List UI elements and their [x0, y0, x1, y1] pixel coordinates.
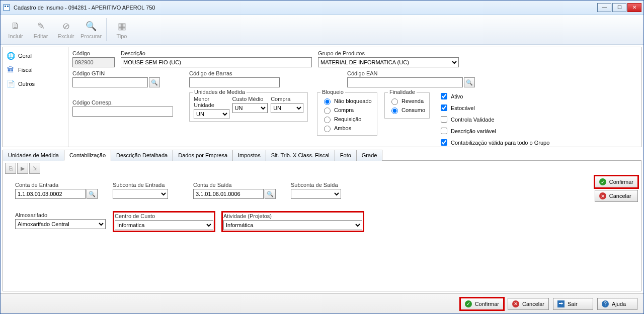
footer-ajuda-button[interactable]: ? Ajuda: [597, 298, 637, 310]
validade-checkbox[interactable]: [441, 116, 447, 123]
bloqueio-ambos-label: Ambos: [334, 125, 351, 131]
tab-descricao[interactable]: Descrição Detalhada: [111, 150, 173, 161]
mini-paste-button[interactable]: ⇲: [29, 163, 40, 174]
footer-confirmar-label: Confirmar: [475, 301, 499, 307]
footer-cancelar-button[interactable]: ✕ Cancelar: [508, 298, 549, 310]
subconta-saida-label: Subconta de Saída: [291, 182, 341, 188]
atividade-select[interactable]: Informática: [223, 220, 362, 230]
app-icon: [3, 4, 11, 12]
inner-confirmar-button[interactable]: ✓ Confirmar: [595, 176, 638, 188]
tab-impostos[interactable]: Impostos: [232, 150, 266, 161]
almoxarifado-select[interactable]: Almoxarifado Central: [15, 219, 106, 229]
barras-input[interactable]: [189, 77, 280, 87]
toolbar-excluir-label: Excluir: [57, 33, 74, 39]
conta-entrada-label: Conta de Entrada: [15, 182, 98, 188]
almoxarifado-label: Almoxarifado: [15, 212, 106, 218]
search-doc-icon: 🔍: [85, 20, 97, 32]
corresp-label: Código Corresp.: [72, 99, 173, 106]
toolbar-separator: [106, 18, 107, 41]
tab-grade[interactable]: Grade: [356, 150, 383, 161]
tab-unidades[interactable]: Unidades de Medida: [3, 150, 64, 161]
compra-select[interactable]: UN: [271, 103, 303, 113]
titlebar: Cadastro de Insumo - 094281 - APERITIVO …: [1, 1, 643, 15]
ean-input[interactable]: [347, 77, 463, 87]
footer-sair-button[interactable]: ⮕ Sair: [553, 298, 593, 310]
conta-saida-input[interactable]: [193, 189, 264, 199]
footer-confirmar-button[interactable]: ✓ Confirmar: [460, 298, 504, 310]
tab-dados-empresa[interactable]: Dados por Empresa: [173, 150, 233, 161]
grupo-select[interactable]: MATERIAL DE INFORMATICA (UC): [318, 57, 459, 67]
toolbar-excluir[interactable]: ⊘ Excluir: [54, 16, 78, 43]
ativo-label: Ativo: [451, 93, 463, 99]
menor-unidade-select[interactable]: UN: [194, 109, 229, 119]
bloqueio-req-radio[interactable]: [324, 117, 331, 123]
conta-saida-label: Conta de Saída: [193, 182, 276, 188]
toolbar-tipo[interactable]: ▦ Tipo: [110, 16, 134, 43]
ean-search-button[interactable]: 🔍: [464, 77, 475, 87]
toolbar-procurar[interactable]: 🔍 Procurar: [79, 16, 103, 43]
search-icon: 🔍: [267, 191, 274, 197]
finalidade-consumo-label: Consumo: [401, 107, 425, 113]
mini-play-button[interactable]: ▶: [17, 163, 28, 174]
ativo-checkbox[interactable]: [441, 93, 447, 99]
new-doc-icon: 🗎: [10, 20, 22, 32]
tab-sit-trib[interactable]: Sit. Trib. X Class. Fiscal: [266, 150, 335, 161]
maximize-button[interactable]: ☐: [612, 3, 626, 12]
mini-copy-button[interactable]: ⎘: [5, 163, 16, 174]
finalidade-revenda-label: Revenda: [401, 98, 424, 104]
subconta-saida-select[interactable]: [291, 189, 341, 199]
subconta-entrada-select[interactable]: [113, 189, 168, 199]
tab-body: ⎘ ▶ ⇲ ✓ Confirmar ✕ Cancelar Conta de En…: [3, 161, 641, 291]
sidenav-geral[interactable]: 🌐 Geral: [5, 50, 66, 61]
finalidade-revenda-radio[interactable]: [391, 98, 398, 105]
custo-medio-select[interactable]: UN: [232, 103, 268, 113]
bank-icon: 🏛: [6, 65, 15, 74]
toolbar-tipo-label: Tipo: [117, 33, 127, 39]
unidades-legend: Unidades de Medida: [193, 89, 247, 95]
close-button[interactable]: ✕: [627, 3, 641, 12]
descricao-input[interactable]: [121, 57, 312, 67]
tab-foto[interactable]: Foto: [335, 150, 357, 161]
finalidade-legend: Finalidade: [388, 89, 417, 95]
centro-custo-select[interactable]: Informatica: [115, 220, 213, 230]
finalidade-consumo-radio[interactable]: [391, 108, 398, 114]
toolbar-incluir-label: Incluir: [8, 33, 23, 39]
footer-cancelar-label: Cancelar: [522, 301, 544, 307]
inner-cancelar-button[interactable]: ✕ Cancelar: [595, 190, 638, 202]
toolbar-editar[interactable]: ✎ Editar: [29, 16, 53, 43]
bloqueio-compra-radio[interactable]: [324, 108, 331, 114]
tab-contabilizacao[interactable]: Contabilização: [64, 150, 111, 161]
inner-cancelar-label: Cancelar: [609, 193, 631, 199]
sidenav-fiscal[interactable]: 🏛 Fiscal: [5, 64, 66, 75]
search-icon: 🔍: [466, 79, 473, 86]
corresp-input[interactable]: [72, 107, 173, 117]
contab-checkbox[interactable]: [441, 139, 447, 146]
grupo-label: Grupo de Produtos: [318, 50, 459, 56]
ean-label: Código EAN: [347, 70, 478, 76]
gtin-search-button[interactable]: 🔍: [149, 77, 160, 87]
atividade-label: Atividade (Projetos): [223, 213, 362, 219]
search-icon: 🔍: [151, 79, 158, 86]
conta-entrada-search[interactable]: 🔍: [87, 189, 98, 199]
toolbar-incluir[interactable]: 🗎 Incluir: [4, 16, 28, 43]
svg-rect-1: [5, 6, 6, 7]
svg-rect-2: [7, 6, 9, 7]
minimize-button[interactable]: —: [597, 3, 611, 12]
toolbar-editar-label: Editar: [34, 33, 48, 39]
estocavel-checkbox[interactable]: [441, 104, 447, 111]
footer-bar: ✓ Confirmar ✕ Cancelar ⮕ Sair ? Ajuda: [1, 293, 643, 313]
cancel-icon: ✕: [599, 192, 606, 199]
gtin-input[interactable]: [72, 77, 148, 87]
bloqueio-ambos-radio[interactable]: [324, 126, 331, 132]
sidenav-outros-label: Outros: [18, 81, 35, 87]
bloqueio-nao-radio[interactable]: [324, 98, 331, 105]
inner-confirmar-label: Confirmar: [609, 179, 633, 185]
footer-ajuda-label: Ajuda: [612, 301, 626, 307]
conta-saida-search[interactable]: 🔍: [265, 189, 276, 199]
type-icon: ▦: [116, 20, 128, 32]
conta-entrada-input[interactable]: [15, 189, 86, 199]
window-title: Cadastro de Insumo - 094281 - APERITIVO …: [14, 5, 597, 11]
check-icon: ✓: [465, 300, 472, 307]
descvar-checkbox[interactable]: [441, 128, 447, 134]
sidenav-outros[interactable]: 📄 Outros: [5, 78, 66, 89]
